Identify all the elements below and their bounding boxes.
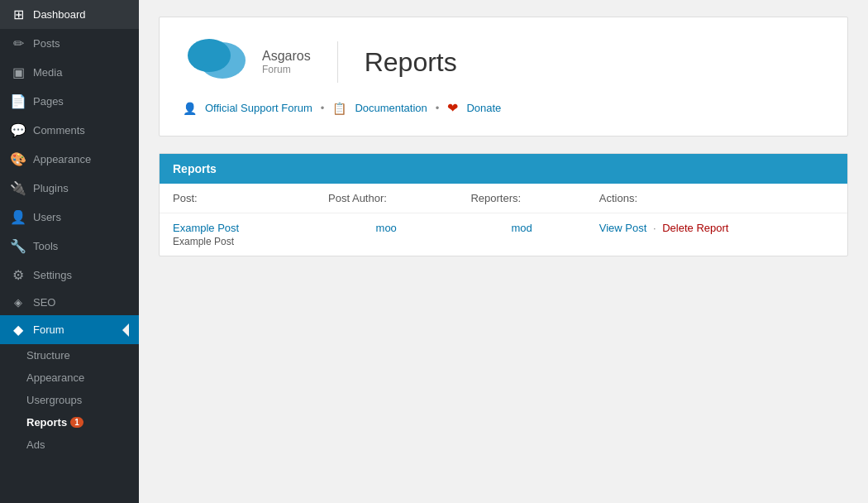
author-link[interactable]: moo <box>376 222 397 234</box>
plugin-header: Asgaros Forum Reports 👤 Official Support… <box>159 17 848 137</box>
sidebar-item-pages[interactable]: 📄 Pages <box>0 87 139 116</box>
asgaros-logo-svg <box>183 37 249 87</box>
sidebar-item-users[interactable]: 👤 Users <box>0 203 139 232</box>
cell-reporter: mod <box>457 213 585 256</box>
person-icon: 👤 <box>183 102 197 115</box>
settings-icon: ⚙ <box>10 267 26 283</box>
support-forum-link[interactable]: Official Support Forum <box>205 102 312 114</box>
sidebar-item-media[interactable]: ▣ Media <box>0 58 139 87</box>
reporter-link[interactable]: mod <box>511 222 532 234</box>
submenu-item-ads[interactable]: Ads <box>0 434 139 456</box>
submenu-item-structure[interactable]: Structure <box>0 344 139 366</box>
table-row: Example Post Example Post moo mod View P… <box>160 213 847 256</box>
submenu-label: Appearance <box>26 371 84 384</box>
col-author: Post Author: <box>315 184 457 213</box>
sidebar-item-label: Appearance <box>33 153 91 165</box>
reports-badge: 1 <box>70 417 83 428</box>
book-icon: 📋 <box>332 102 346 115</box>
col-actions: Actions: <box>586 184 847 213</box>
submenu-label: Ads <box>26 438 45 451</box>
documentation-link[interactable]: Documentation <box>355 102 427 114</box>
sidebar-item-seo[interactable]: ◈ SEO <box>0 290 139 315</box>
tools-icon: 🔧 <box>10 238 26 254</box>
sidebar-item-tools[interactable]: 🔧 Tools <box>0 232 139 261</box>
sidebar-item-label: Forum <box>33 323 64 336</box>
sidebar-item-posts[interactable]: ✏ Posts <box>0 29 139 58</box>
dashboard-icon: ⊞ <box>10 7 26 22</box>
reports-heading: Reports <box>160 154 847 184</box>
sidebar-item-label: Plugins <box>33 182 69 194</box>
appearance-icon: 🎨 <box>10 151 26 167</box>
sidebar-item-appearance[interactable]: 🎨 Appearance <box>0 145 139 174</box>
forum-icon: ◆ <box>10 322 26 338</box>
sidebar-item-label: Settings <box>33 269 72 281</box>
reports-table: Post: Post Author: Reporters: Actions: E… <box>160 184 847 256</box>
media-icon: ▣ <box>10 65 26 80</box>
forum-arrow <box>122 323 129 337</box>
post-subtitle: Example Post <box>173 236 302 247</box>
reports-card: Reports Post: Post Author: Reporters: Ac… <box>159 153 848 256</box>
submenu-label: Reports <box>26 416 67 429</box>
dot-separator-1: • <box>321 102 325 114</box>
donate-link[interactable]: Donate <box>466 102 501 114</box>
posts-icon: ✏ <box>10 36 26 51</box>
cell-post: Example Post Example Post <box>160 213 315 256</box>
header-divider <box>337 41 338 83</box>
col-reporters: Reporters: <box>457 184 585 213</box>
sidebar-item-label: Comments <box>33 124 85 137</box>
sidebar-item-label: Media <box>33 66 62 79</box>
submenu-item-usergroups[interactable]: Usergroups <box>0 389 139 411</box>
heart-icon: ❤ <box>447 100 458 116</box>
submenu-label: Structure <box>26 349 70 362</box>
sidebar-item-label: Tools <box>33 240 58 252</box>
sidebar-item-label: Users <box>33 211 61 223</box>
sidebar-item-plugins[interactable]: 🔌 Plugins <box>0 174 139 203</box>
plugin-sub: Forum <box>262 64 311 75</box>
action-separator: · <box>653 222 656 234</box>
sidebar-item-settings[interactable]: ⚙ Settings <box>0 261 139 290</box>
cell-actions: View Post · Delete Report <box>586 213 847 256</box>
post-title-link[interactable]: Example Post <box>173 222 239 234</box>
page-title: Reports <box>365 47 457 78</box>
sidebar: ⊞ Dashboard ✏ Posts ▣ Media 📄 Pages 💬 Co… <box>0 0 139 503</box>
sidebar-item-label: SEO <box>33 296 55 309</box>
cell-author: moo <box>315 213 457 256</box>
sidebar-item-comments[interactable]: 💬 Comments <box>0 116 139 145</box>
plugin-links: 👤 Official Support Forum • 📋 Documentati… <box>183 100 824 116</box>
submenu-item-reports[interactable]: Reports 1 <box>0 411 139 434</box>
plugin-logo <box>183 37 249 87</box>
dot-separator-2: • <box>436 102 440 114</box>
sidebar-item-label: Dashboard <box>33 8 86 21</box>
pages-icon: 📄 <box>10 93 26 109</box>
col-post: Post: <box>160 184 315 213</box>
sidebar-item-label: Posts <box>33 37 60 50</box>
plugins-icon: 🔌 <box>10 180 26 196</box>
sidebar-item-label: Pages <box>33 95 64 108</box>
sidebar-item-forum[interactable]: ◆ Forum <box>0 315 139 344</box>
comments-icon: 💬 <box>10 122 26 138</box>
delete-report-link[interactable]: Delete Report <box>662 222 728 234</box>
view-post-link[interactable]: View Post <box>599 222 647 234</box>
seo-icon: ◈ <box>10 296 26 309</box>
submenu-item-appearance[interactable]: Appearance <box>0 366 139 389</box>
main-content: Asgaros Forum Reports 👤 Official Support… <box>139 0 868 503</box>
users-icon: 👤 <box>10 209 26 225</box>
sidebar-item-dashboard[interactable]: ⊞ Dashboard <box>0 0 139 29</box>
plugin-name: Asgaros <box>262 49 311 64</box>
plugin-name-block: Asgaros Forum <box>262 49 311 75</box>
submenu-label: Usergroups <box>26 394 82 406</box>
table-header-row: Post: Post Author: Reporters: Actions: <box>160 184 847 213</box>
